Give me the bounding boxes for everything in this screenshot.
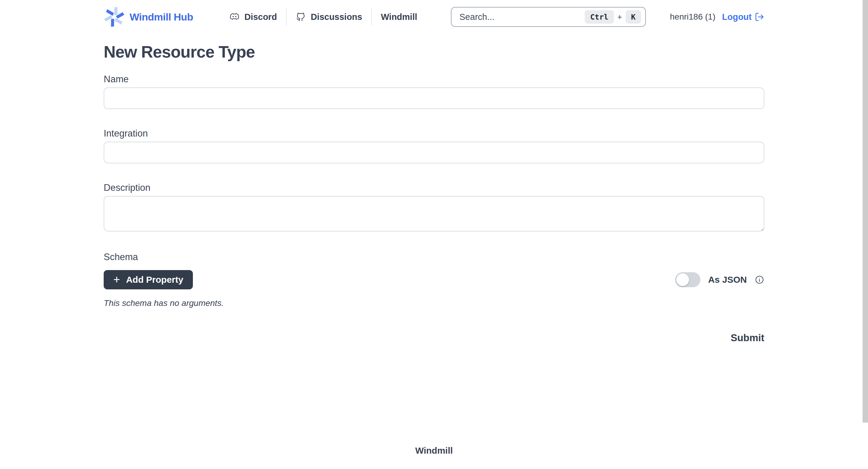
- discussions-icon: [296, 12, 306, 22]
- scrollbar-track[interactable]: [863, 0, 868, 469]
- footer-windmill-link[interactable]: Windmill: [415, 445, 453, 456]
- windmill-logo-icon: [104, 6, 125, 27]
- kbd-plus-sign: +: [618, 12, 622, 22]
- info-icon[interactable]: [755, 275, 764, 285]
- integration-label: Integration: [104, 128, 764, 139]
- logout-label: Logout: [722, 12, 752, 22]
- field-description: Description: [104, 182, 764, 231]
- as-json-group: As JSON: [675, 272, 764, 287]
- search-shortcut: Ctrl + K: [585, 10, 641, 24]
- submit-button[interactable]: Submit: [731, 332, 764, 344]
- main-nav: Discord Discussions Windmill: [229, 8, 417, 26]
- nav-separator: [286, 8, 287, 26]
- logout-icon: [755, 12, 764, 22]
- discord-icon: [229, 12, 240, 22]
- top-navbar: Windmill Hub Discord Discussions Win: [0, 0, 868, 34]
- add-property-label: Add Property: [126, 275, 183, 285]
- plus-icon: +: [113, 274, 120, 285]
- nav-label-windmill: Windmill: [381, 12, 417, 22]
- kbd-k: K: [626, 10, 641, 24]
- schema-toolbar: + Add Property As JSON: [104, 270, 764, 289]
- user-area: henri186 (1) Logout: [670, 12, 764, 22]
- nav-item-discord[interactable]: Discord: [229, 12, 277, 22]
- nav-item-discussions[interactable]: Discussions: [296, 12, 362, 22]
- as-json-toggle[interactable]: [675, 272, 701, 287]
- kbd-ctrl: Ctrl: [585, 10, 614, 24]
- logout-link[interactable]: Logout: [722, 12, 764, 22]
- page-footer: Windmill: [0, 445, 868, 456]
- schema-label: Schema: [104, 251, 764, 263]
- name-input[interactable]: [104, 87, 764, 109]
- scrollbar-thumb[interactable]: [863, 0, 868, 423]
- field-integration: Integration: [104, 128, 764, 163]
- new-resource-type-form: New Resource Type Name Integration Descr…: [104, 34, 764, 344]
- add-property-button[interactable]: + Add Property: [104, 270, 193, 289]
- description-label: Description: [104, 182, 764, 193]
- as-json-label: As JSON: [708, 275, 747, 285]
- toggle-knob: [676, 273, 689, 286]
- integration-input[interactable]: [104, 142, 764, 163]
- nav-separator: [371, 8, 372, 26]
- page-title: New Resource Type: [104, 42, 764, 61]
- nav-label-discord: Discord: [244, 12, 277, 22]
- brand-name: Windmill Hub: [130, 11, 193, 23]
- username: henri186 (1): [670, 12, 715, 22]
- nav-item-windmill[interactable]: Windmill: [381, 12, 417, 22]
- submit-row: Submit: [104, 332, 764, 344]
- nav-label-discussions: Discussions: [311, 12, 362, 22]
- schema-empty-text: This schema has no arguments.: [104, 299, 764, 308]
- search-box: Ctrl + K: [451, 7, 646, 27]
- brand-home-link[interactable]: Windmill Hub: [104, 6, 193, 27]
- name-label: Name: [104, 73, 764, 85]
- description-textarea[interactable]: [104, 196, 764, 231]
- field-name: Name: [104, 73, 764, 109]
